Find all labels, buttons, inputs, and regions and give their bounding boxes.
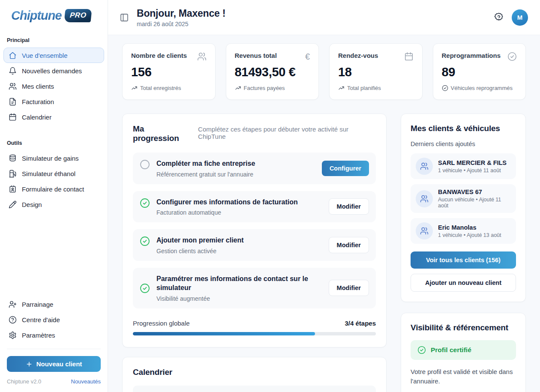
stat-value: 156 [131,65,207,79]
stat-card-revenus: Revenus total € 81493,50 € Factures payé… [226,43,319,100]
sidebar-item-label: Nouvelles demandes [22,67,82,75]
users-icon [416,158,433,175]
gear-icon [8,331,17,339]
calendar-icon [404,52,414,61]
view-all-clients-button[interactable]: Voir tous les clients (156) [411,251,516,269]
stat-card-reprogrammations: Reprogrammations 89 Véhicules reprogramm… [433,43,526,100]
client-list: SARL MERCIER & FILS 1 véhicule • Ajouté … [411,153,516,244]
step-title: Configurer mes informations de facturati… [156,197,318,207]
sidebar-divider [7,349,101,349]
euro-icon: € [305,52,310,61]
step-facturation: Configurer mes informations de facturati… [133,191,376,223]
sidebar-spacer [0,212,108,296]
sidebar-item-label: Simulateur de gains [22,155,79,162]
stat-card-rendez-vous: Rendez-vous 18 Total planifiés [329,43,423,100]
user-plus-icon [8,300,17,308]
client-meta: 1 véhicule • Ajouté 11 août [438,168,507,174]
database-icon [8,154,17,162]
sidebar-item-facturation[interactable]: Facturation [3,94,104,109]
clients-panel: Mes clients & véhicules Derniers clients… [401,114,526,302]
avatar[interactable]: M [512,9,528,26]
sidebar-item-label: Parrainage [22,301,53,308]
step-subtitle: Gestion clients activée [156,248,318,254]
users-icon [8,82,17,90]
sidebar-item-parrainage[interactable]: Parrainage [3,296,104,312]
sidebar-item-calendrier[interactable]: Calendrier [3,109,104,125]
check-circle-icon [140,283,150,293]
client-row-eric-manolas[interactable]: Eric Manolas 1 véhicule • Ajouté 13 août [411,218,516,244]
stat-caption: Factures payées [235,85,310,91]
sidebar-item-label: Facturation [22,98,54,105]
check-circle-icon [140,236,150,246]
progress-footer: Progression globale 3/4 étapes [133,320,376,335]
sidebar-item-formulaire-contact[interactable]: Formulaire de contact [3,181,104,197]
sidebar-nav-outils: Simulateur de gains Simulateur éthanol F… [0,150,108,212]
check-circle-icon [417,346,426,354]
sidebar-item-label: Simulateur éthanol [22,170,75,177]
stat-title: Rendez-vous [338,52,378,59]
brand-logo: Chiptune PRO [0,0,108,26]
trending-up-icon [338,85,345,91]
visibility-text-1: Votre profil est validé et visible dans … [411,367,516,386]
stat-value: 89 [442,65,517,79]
sidebar-item-nouvelles-demandes[interactable]: Nouvelles demandes [3,63,104,78]
stat-caption: Véhicules reprogrammés [442,85,517,91]
sidebar-toggle-icon[interactable] [119,12,129,23]
new-client-button[interactable]: Nouveau client [7,356,101,372]
modifier-button[interactable]: Modifier [329,237,369,253]
calendar-icon [8,113,17,121]
visibility-title: Visibilité & référencement [411,323,516,332]
trending-up-icon [131,85,138,91]
client-name: SARL MERCIER & FILS [438,159,507,166]
add-new-client-button[interactable]: Ajouter un nouveau client [411,274,516,292]
sidebar-item-parametres[interactable]: Paramètres [3,327,104,343]
sidebar-item-mes-clients[interactable]: Mes clients [3,78,104,94]
main-area: Bonjour, Maxence ! mardi 26 août 2025 M … [108,0,540,392]
pen-icon [8,200,17,209]
progress-bar-fill [133,332,315,335]
sidebar-item-label: Vue d'ensemble [22,52,68,59]
circle-empty-icon [140,159,150,170]
certified-label: Profil certifié [431,346,471,354]
sidebar-nav-bottom: Parrainage Centre d'aide Paramètres [0,296,108,343]
sidebar-item-simulateur-gains[interactable]: Simulateur de gains [3,150,104,166]
sidebar-item-label: Paramètres [22,332,55,339]
sidebar-item-design[interactable]: Design [3,197,104,212]
modifier-button[interactable]: Modifier [329,198,369,215]
step-fiche-entreprise: Compléter ma fiche entreprise Référencem… [133,153,376,184]
visibility-panel: Visibilité & référencement Profil certif… [401,313,526,392]
step-subtitle: Référencement gratuit sur l'annuaire [156,171,311,178]
calendar-title: Calendrier [133,368,376,377]
sidebar-item-vue-densemble[interactable]: Vue d'ensemble [3,48,104,63]
help-badge-icon[interactable] [493,12,504,23]
content-columns: Ma progression Complétez ces étapes pour… [122,114,526,392]
trending-up-icon [235,85,241,91]
progress-label: Progression globale [133,320,190,327]
calendar-card: Calendrier [122,357,387,392]
step-premier-client: Ajouter mon premier client Gestion clien… [133,229,376,261]
client-meta: 1 véhicule • Ajouté 13 août [438,232,501,238]
modifier-button[interactable]: Modifier [329,280,369,296]
client-row-sarl-mercier[interactable]: SARL MERCIER & FILS 1 véhicule • Ajouté … [411,153,516,179]
home-icon [8,51,17,60]
contact-card-icon [8,185,17,193]
calendar-toolbar-partial [133,386,376,392]
users-icon [416,190,433,207]
sidebar-item-centre-aide[interactable]: Centre d'aide [3,312,104,327]
progress-bar-track [133,332,376,335]
sidebar-item-simulateur-ethanol[interactable]: Simulateur éthanol [3,166,104,181]
progression-card: Ma progression Complétez ces étapes pour… [122,114,387,347]
client-row-banwaves[interactable]: BANWAVES 67 Aucun véhicule • Ajouté 11 a… [411,184,516,213]
step-title: Paramétrer mes informations de contact s… [156,274,318,293]
header-actions: M [493,9,528,26]
stat-caption: Total enregistrés [131,85,207,91]
configurer-button[interactable]: Configurer [322,161,369,176]
sidebar-footer: Chiptune v2.0 Nouveautés [0,372,108,392]
stat-title: Revenus total [235,52,277,59]
client-name: BANWAVES 67 [438,189,511,195]
brand-name: Chiptune [11,9,62,23]
bell-icon [8,66,17,75]
whats-new-link[interactable]: Nouveautés [71,378,101,385]
step-subtitle: Visibilité augmentée [156,295,318,302]
stat-title: Reprogrammations [442,52,501,59]
